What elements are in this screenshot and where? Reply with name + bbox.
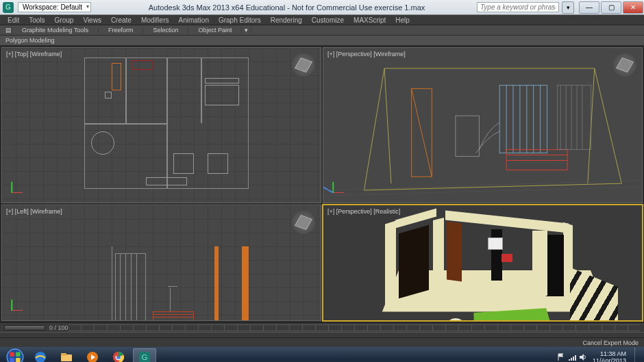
windows-title-bar: G Workspace: Default Autodesk 3ds Max 20…: [0, 0, 644, 15]
svg-rect-13: [557, 86, 591, 150]
viewcube-icon[interactable]: [292, 211, 315, 234]
taskbar-clock[interactable]: 11:38 AM 11/Apr/2013: [590, 350, 629, 362]
windows-taskbar: G 11:38 AM 11/Apr/2013: [0, 347, 644, 362]
tray-flag-icon[interactable]: [557, 353, 565, 361]
menu-help[interactable]: Help: [391, 16, 414, 24]
frame-readout: 0 / 100: [49, 324, 69, 331]
axis-gizmo-icon: [6, 296, 27, 316]
svg-rect-39: [573, 357, 574, 361]
viewport-quad: [+] [Top] [Wireframe] [+] [Perspective] …: [0, 46, 644, 322]
svg-rect-37: [569, 359, 570, 361]
taskbar-chrome-icon[interactable]: [107, 348, 130, 362]
svg-rect-23: [16, 352, 21, 357]
clock-time: 11:38 AM: [593, 350, 626, 357]
svg-rect-38: [571, 358, 572, 361]
svg-marker-41: [580, 354, 584, 361]
timeline-ruler[interactable]: [69, 324, 640, 331]
ribbon-tab-selection[interactable]: Selection: [143, 27, 188, 34]
menu-views[interactable]: Views: [78, 16, 106, 24]
time-slider[interactable]: [4, 325, 45, 331]
viewport-perspective-realistic[interactable]: [+] [Perspective] [Realistic]: [323, 205, 643, 321]
taskbar-3dsmax-icon[interactable]: G: [133, 348, 156, 362]
axis-gizmo-icon: [6, 178, 27, 198]
status-right-text[interactable]: Cancel Expert Mode: [582, 339, 639, 346]
tray-volume-icon[interactable]: [579, 353, 587, 361]
scene-render: [323, 205, 642, 320]
menu-edit[interactable]: Edit: [3, 16, 24, 24]
show-desktop-button[interactable]: [634, 348, 641, 362]
ribbon-subtab[interactable]: Polygon Modeling: [0, 36, 644, 46]
menu-grapheditors[interactable]: Graph Editors: [214, 16, 266, 24]
menu-customize[interactable]: Customize: [307, 16, 349, 24]
scene-wireframe: [323, 48, 642, 203]
menu-create[interactable]: Create: [106, 16, 136, 24]
close-button[interactable]: ✕: [623, 1, 643, 14]
taskbar-wmp-icon[interactable]: [81, 348, 104, 362]
viewport-perspective-wireframe[interactable]: [+] [Perspective] [Wireframe]: [323, 47, 643, 203]
scene-wireframe: [84, 57, 249, 191]
menu-maxscript[interactable]: MAXScript: [349, 16, 391, 24]
scene-wireframe: [112, 246, 262, 321]
svg-rect-25: [16, 358, 21, 362]
ribbon-tab-objectpaint[interactable]: Object Paint: [188, 27, 242, 34]
status-bar: Cancel Expert Mode: [0, 337, 644, 347]
workspace-selector[interactable]: Workspace: Default: [18, 2, 91, 12]
viewport-left[interactable]: [+] [Left] [Wireframe]: [1, 205, 321, 321]
ribbon-tab-freeform[interactable]: Freeform: [99, 27, 144, 34]
taskbar-ie-icon[interactable]: [29, 348, 52, 362]
maximize-button[interactable]: ▢: [601, 1, 621, 14]
menu-modifiers[interactable]: Modifiers: [136, 16, 174, 24]
svg-rect-24: [10, 358, 14, 362]
minimize-button[interactable]: —: [579, 1, 599, 14]
svg-rect-22: [10, 352, 14, 357]
viewport-top[interactable]: [+] [Top] [Wireframe]: [1, 47, 321, 203]
svg-line-19: [323, 180, 642, 190]
menu-rendering[interactable]: Rendering: [266, 16, 307, 24]
svg-line-20: [323, 187, 642, 196]
start-button[interactable]: [3, 348, 27, 362]
app-icon[interactable]: G: [3, 2, 14, 13]
svg-rect-28: [61, 353, 66, 356]
viewport-left-label[interactable]: [+] [Left] [Wireframe]: [6, 208, 62, 215]
viewcube-icon[interactable]: [292, 53, 315, 77]
svg-text:G: G: [142, 353, 148, 361]
viewport-preal-label[interactable]: [+] [Perspective] [Realistic]: [327, 208, 400, 215]
menu-tools[interactable]: Tools: [24, 16, 49, 24]
ribbon-flyout-icon[interactable]: ▾: [242, 27, 251, 34]
help-search-input[interactable]: [477, 2, 559, 12]
help-dropdown-icon[interactable]: ▾: [562, 1, 574, 14]
clock-date: 11/Apr/2013: [593, 357, 626, 362]
svg-rect-12: [456, 116, 480, 156]
ribbon-expand-icon[interactable]: ▤: [3, 27, 12, 34]
taskbar-explorer-icon[interactable]: [55, 348, 78, 362]
ribbon-tabs: ▤ Graphite Modeling Tools Freeform Selec…: [0, 25, 644, 36]
bottom-toolstrip: [0, 332, 644, 337]
menu-animation[interactable]: Animation: [173, 16, 213, 24]
tray-network-icon[interactable]: [568, 353, 576, 361]
svg-point-21: [7, 349, 23, 362]
menu-bar: Edit Tools Group Views Create Modifiers …: [0, 15, 644, 25]
svg-rect-40: [575, 355, 576, 361]
window-title: Autodesk 3ds Max 2013 x64 Educational - …: [149, 3, 425, 12]
menu-group[interactable]: Group: [50, 16, 79, 24]
viewport-top-label[interactable]: [+] [Top] [Wireframe]: [6, 51, 62, 57]
ribbon-tab-graphite[interactable]: Graphite Modeling Tools: [12, 27, 99, 34]
viewport-pwire-label[interactable]: [+] [Perspective] [Wireframe]: [327, 51, 406, 57]
system-tray: 11:38 AM 11/Apr/2013: [557, 348, 641, 362]
timeline-bar[interactable]: 0 / 100: [0, 322, 644, 332]
svg-line-1: [412, 89, 432, 177]
